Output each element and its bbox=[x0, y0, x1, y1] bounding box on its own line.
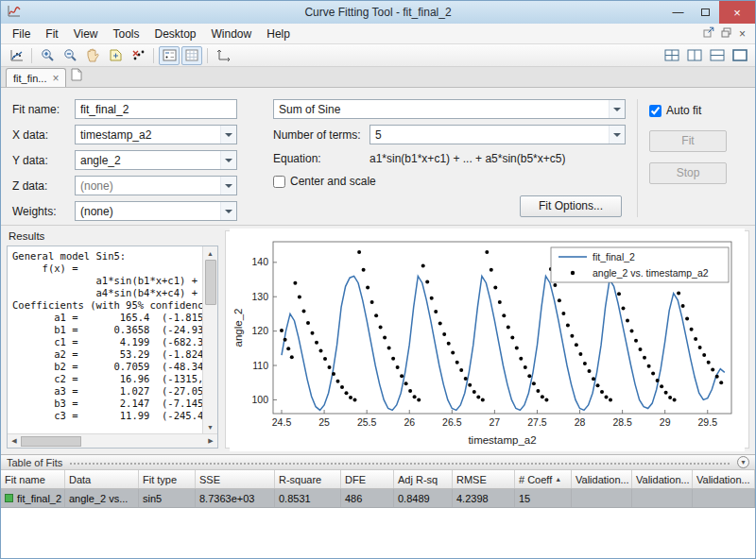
table-cell[interactable] bbox=[693, 489, 755, 507]
table-cell[interactable] bbox=[572, 489, 632, 507]
menu-fit[interactable]: Fit bbox=[38, 25, 65, 43]
weights-value: (none) bbox=[80, 205, 113, 218]
menu-file[interactable]: File bbox=[5, 25, 38, 43]
close-icon[interactable]: × bbox=[739, 27, 746, 41]
zoom-out-icon[interactable] bbox=[60, 46, 80, 65]
table-cell[interactable]: angle_2 vs... bbox=[65, 489, 139, 507]
fit-name-input[interactable] bbox=[75, 99, 237, 119]
axes-limits-icon[interactable] bbox=[213, 46, 233, 65]
vertical-scrollbar[interactable]: ▲ ▼ bbox=[202, 246, 217, 433]
center-and-scale-checkbox[interactable]: Center and scale bbox=[273, 174, 626, 190]
fit-button[interactable]: Fit bbox=[649, 130, 727, 152]
column-header[interactable]: SSE bbox=[196, 470, 275, 488]
y-data-combo[interactable]: angle_2 bbox=[75, 150, 237, 170]
auto-fit-check-input[interactable] bbox=[649, 105, 662, 117]
window-title: Curve Fitting Tool - fit_final_2 bbox=[1, 6, 755, 19]
number-of-terms-combo[interactable]: 5 bbox=[369, 125, 626, 144]
tab-fit-final-2[interactable]: fit_fin... × bbox=[6, 68, 66, 87]
center-and-scale-check-input[interactable] bbox=[273, 176, 285, 188]
equation-text: a1*sin(b1*x+c1) + ... + a5*sin(b5*x+c5) bbox=[369, 152, 565, 165]
table-cell[interactable]: 0.8531 bbox=[275, 489, 341, 507]
svg-text:26: 26 bbox=[404, 416, 415, 428]
table-cell[interactable]: 486 bbox=[341, 489, 394, 507]
exclude-outliers-icon[interactable] bbox=[128, 46, 148, 65]
column-header[interactable]: Validation... bbox=[632, 470, 693, 488]
table-cell[interactable]: 0.8489 bbox=[394, 489, 453, 507]
menu-view[interactable]: View bbox=[66, 25, 106, 43]
table-cell[interactable]: 4.2398 bbox=[453, 489, 515, 507]
table-cell[interactable]: fit_final_2 bbox=[1, 489, 65, 507]
grid-toggle-icon[interactable] bbox=[181, 46, 202, 65]
fit-options-button[interactable]: Fit Options... bbox=[520, 195, 622, 217]
svg-text:25.5: 25.5 bbox=[357, 416, 377, 428]
collapse-chevron-icon[interactable]: ▾ bbox=[737, 456, 749, 468]
scroll-up-icon[interactable]: ▲ bbox=[203, 246, 217, 260]
table-cell[interactable]: 15 bbox=[515, 489, 572, 507]
window-maximize-button[interactable] bbox=[692, 1, 719, 24]
svg-text:26.5: 26.5 bbox=[442, 416, 462, 428]
window-close-button[interactable]: × bbox=[719, 1, 755, 24]
menu-help[interactable]: Help bbox=[259, 25, 298, 43]
layout-left-right-icon[interactable] bbox=[684, 46, 705, 65]
restore-icon[interactable] bbox=[721, 27, 732, 41]
chevron-down-icon bbox=[220, 151, 236, 169]
tab-close-icon[interactable]: × bbox=[52, 74, 59, 83]
menu-tools[interactable]: Tools bbox=[105, 25, 146, 43]
results-text[interactable]: General model Sin5: f(x) = a1*sin(b1*x+c… bbox=[8, 246, 202, 433]
scroll-down-icon[interactable]: ▼ bbox=[203, 420, 217, 433]
drag-handle[interactable] bbox=[70, 463, 730, 465]
new-fit-icon[interactable] bbox=[71, 68, 82, 84]
column-header[interactable]: Fit name bbox=[1, 470, 65, 488]
window-minimize-button[interactable]: — bbox=[664, 1, 692, 24]
z-data-combo[interactable]: (none) bbox=[75, 176, 237, 195]
plot-panel[interactable]: 24.52525.52626.52727.52828.52929.5100110… bbox=[225, 230, 749, 449]
table-row-selected[interactable]: fit_final_2angle_2 vs...sin58.7363e+030.… bbox=[1, 489, 755, 508]
layout-grid-icon[interactable] bbox=[662, 46, 682, 65]
column-header[interactable]: Validation... bbox=[572, 470, 632, 488]
column-header[interactable]: R-square bbox=[275, 470, 341, 488]
scroll-right-icon[interactable]: ▶ bbox=[204, 434, 217, 448]
fit-plot[interactable]: 24.52525.52626.52727.52828.52929.5100110… bbox=[230, 229, 745, 451]
curve-fit-icon[interactable] bbox=[6, 46, 26, 65]
svg-text:27: 27 bbox=[490, 416, 501, 428]
weights-combo[interactable]: (none) bbox=[75, 201, 237, 221]
scroll-left-icon[interactable]: ◀ bbox=[8, 434, 21, 448]
toolbar bbox=[1, 44, 755, 67]
fit-type-combo[interactable]: Sum of Sine bbox=[273, 99, 626, 119]
svg-text:140: 140 bbox=[251, 256, 268, 267]
column-header[interactable]: Data bbox=[65, 470, 139, 488]
column-header[interactable]: Validation... bbox=[693, 470, 755, 488]
column-header[interactable]: # Coeff▲ bbox=[515, 470, 572, 488]
legend-toggle-icon[interactable] bbox=[159, 46, 180, 65]
column-header[interactable]: Fit type bbox=[139, 470, 196, 488]
table-header-row: Fit nameDataFit typeSSER-squareDFEAdj R-… bbox=[1, 470, 755, 489]
x-data-combo[interactable]: timestamp_a2 bbox=[75, 125, 237, 144]
zoom-in-icon[interactable] bbox=[37, 46, 58, 65]
svg-text:27.5: 27.5 bbox=[527, 416, 547, 428]
datatip-icon[interactable] bbox=[105, 46, 126, 65]
scrollbar-thumb[interactable] bbox=[205, 260, 216, 305]
table-cell[interactable]: 8.7363e+03 bbox=[196, 489, 275, 507]
layout-top-bottom-icon[interactable] bbox=[707, 46, 728, 65]
table-of-fits-header-strip[interactable]: Table of Fits ▾ bbox=[1, 455, 755, 470]
z-data-label: Z data: bbox=[12, 179, 75, 193]
results-title: Results bbox=[7, 230, 218, 246]
menu-window[interactable]: Window bbox=[204, 25, 260, 43]
y-data-value: angle_2 bbox=[80, 154, 121, 167]
column-header[interactable]: RMSE bbox=[453, 470, 515, 488]
x-data-label: X data: bbox=[12, 128, 75, 142]
table-cell[interactable] bbox=[632, 489, 693, 507]
layout-single-icon[interactable] bbox=[730, 46, 750, 65]
auto-fit-checkbox[interactable]: Auto fit bbox=[649, 101, 744, 120]
column-header[interactable]: DFE bbox=[341, 470, 394, 488]
stop-button[interactable]: Stop bbox=[649, 162, 727, 184]
sort-ascending-icon: ▲ bbox=[555, 476, 561, 483]
undock-icon[interactable] bbox=[703, 26, 714, 41]
menu-desktop[interactable]: Desktop bbox=[147, 25, 204, 43]
pan-icon[interactable] bbox=[82, 46, 103, 65]
table-cell[interactable]: sin5 bbox=[139, 489, 196, 507]
title-bar[interactable]: Curve Fitting Tool - fit_final_2 — × bbox=[1, 1, 755, 24]
scrollbar-thumb[interactable] bbox=[21, 436, 81, 447]
column-header[interactable]: Adj R-sq bbox=[394, 470, 453, 488]
horizontal-scrollbar[interactable]: ◀ ▶ bbox=[8, 433, 217, 448]
